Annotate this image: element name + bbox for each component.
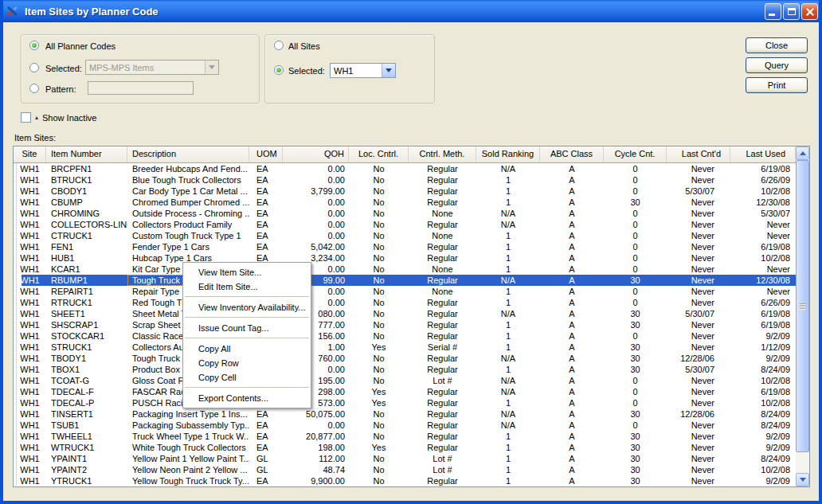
table-row-stockcar1[interactable]: WH1STOCKCAR1Classic Race CEA156.00NoRegu… [14,330,796,342]
cell: RTRUCK1 [46,297,127,308]
column-header-last-used[interactable]: Last Used [730,147,796,162]
column-header-loc-cntrl-[interactable]: Loc. Cntrl. [349,147,409,162]
table-row-tsub1[interactable]: WH1TSUB1Packaging Subassembly Typ...EA0.… [14,420,796,431]
table-row-chroming[interactable]: WH1CHROMINGOutside Process - Chroming ..… [14,208,796,219]
table-row-tdecal-p[interactable]: WH1TDECAL-PPUSCH RacingEA573.00YesRegula… [14,397,796,408]
radio-planner-pattern[interactable] [29,84,39,93]
arrow-down-icon [800,478,806,482]
cell: 12/30/08 [730,275,796,286]
menu-item-issue-count-tag[interactable]: Issue Count Tag... [183,321,311,335]
radio-all-planner-codes[interactable] [29,41,39,50]
query-button[interactable]: Query [746,57,808,73]
menu-item-copy-row[interactable]: Copy Row [183,356,311,370]
cell: No [349,264,409,275]
table-row-tbody1[interactable]: WH1TBODY1Tough Truck BEA760.00NoRegularN… [14,353,796,364]
table-row-ytruck1[interactable]: WH1YTRUCK1Yellow Tough Truck Truck Ty...… [14,475,796,486]
table-row-collectors-line[interactable]: WH1COLLECTORS-LINECollectors Product Fam… [14,219,796,230]
table-row-rbump1[interactable]: WH1RBUMP1Tough Truck BEA99.00NoRegularN/… [14,275,796,286]
site-combobox[interactable]: WH1 [330,63,396,78]
title-bar[interactable]: Item Sites by Planner Code [0,0,822,22]
cell: WH1 [14,174,46,186]
cell: EA [249,475,283,486]
scroll-down-button[interactable] [796,473,809,486]
cell: Never [667,464,730,475]
column-header-abc-class[interactable]: ABC Class [540,147,604,162]
table-row-tinsert1[interactable]: WH1TINSERT1Packaging Insert Type 1 Ins..… [14,408,796,420]
maximize-button[interactable] [783,3,800,20]
table-row-hub1[interactable]: WH1HUB1Hubcap Type 1 CarsEA3,234.00NoReg… [14,252,796,264]
table-row-twheel1[interactable]: WH1TWHEEL1Truck Wheel Type 1 Truck W...E… [14,431,796,442]
site-selected-label[interactable]: Selected: [288,66,325,76]
table-row-cbody1[interactable]: WH1CBODY1Car Body Type 1 Car Metal ...EA… [14,186,796,197]
column-header-item-number[interactable]: Item Number [46,147,127,162]
table-row-repairt1[interactable]: WH1REPAIRT1Repair Type 1EA0.00NoNone1A0N… [14,286,796,297]
table-row-tdecal-f[interactable]: WH1TDECAL-FFASCAR RacinEA298.00YesRegula… [14,386,796,397]
table-row-tcoat-g[interactable]: WH1TCOAT-GGloss Coat FinEA195.00NoLot #N… [14,375,796,386]
table-row-kcar1[interactable]: WH1KCAR1Kit Car Type 1EA0.00NoNone1A0Nev… [14,264,796,275]
show-inactive-checkbox[interactable] [21,112,31,123]
cell: No [349,297,409,308]
cell: Never [667,241,730,252]
pattern-input[interactable] [88,81,194,95]
cell: 1 [476,297,540,308]
column-header-qoh[interactable]: QOH [283,147,349,162]
cell: 0 [604,397,667,408]
menu-item-export-contents[interactable]: Export Contents... [183,391,311,405]
table-row-sheet1[interactable]: WH1SHEET1Sheet Metal TEA080.00NoRegularN… [14,308,796,319]
table-row-shscrap1[interactable]: WH1SHSCRAP1Scrap Sheet MEA777.00NoRegula… [14,319,796,330]
column-header-site[interactable]: Site [14,147,46,162]
table-row-btruck1[interactable]: WH1BTRUCK1Blue Tough Truck CollectorsEA0… [14,174,796,186]
planner-code-combobox[interactable]: MPS-MPS Items [85,60,219,75]
column-header-sold-ranking[interactable]: Sold Ranking [476,147,540,162]
table-row-fen1[interactable]: WH1FEN1Fender Type 1 CarsEA5,042.00NoReg… [14,241,796,252]
column-header-last-cnt-d[interactable]: Last Cnt'd [667,147,730,162]
column-header-cntrl-meth-[interactable]: Cntrl. Meth. [409,147,476,162]
menu-item-view-inventory-availability[interactable]: View Inventory Availability... [183,300,311,315]
menu-item-copy-all[interactable]: Copy All [183,342,311,356]
cell: 10/2/08 [730,464,796,475]
cell: WH1 [14,297,46,308]
close-window-button[interactable] [801,3,818,20]
menu-item-view-item-site[interactable]: View Item Site... [183,265,311,279]
column-header-description[interactable]: Description [127,147,249,162]
table-row-ypaint2[interactable]: WH1YPAINT2Yellow Neon Paint 2 Yellow ...… [14,464,796,475]
print-button[interactable]: Print [746,77,808,93]
radio-site-selected[interactable] [274,65,284,75]
cell: 0.00 [283,163,349,174]
table-row-struck1[interactable]: WH1STRUCK1Collectors AutEA1.00YesSerial … [14,342,796,353]
cell: WH1 [14,397,46,408]
table-row-brcpfn1[interactable]: WH1BRCPFN1Breeder Hubcaps And Fend...EA0… [14,163,796,174]
cell: 0.00 [283,197,349,208]
menu-item-edit-item-site[interactable]: Edit Item Site... [183,279,311,294]
column-header-uom[interactable]: UOM [249,147,283,162]
vertical-scrollbar[interactable] [796,147,809,486]
cell: TCOAT-G [46,375,127,386]
scroll-up-button[interactable] [796,147,809,160]
scrollbar-thumb[interactable] [796,160,809,452]
radio-all-sites[interactable] [274,41,284,50]
menu-item-copy-cell[interactable]: Copy Cell [183,370,311,385]
all-planner-codes-label[interactable]: All Planner Codes [45,41,115,51]
table-row-tbox1[interactable]: WH1TBOX1Product Box TEA0.00NoRegular1A30… [14,364,796,375]
radio-planner-selected[interactable] [29,63,39,72]
close-button[interactable]: Close [746,37,808,53]
all-sites-label[interactable]: All Sites [288,41,320,51]
app-icon[interactable] [6,5,19,18]
cell: STOCKCAR1 [46,330,127,342]
table-row-wtruck1[interactable]: WH1WTRUCK1White Tough Truck CollectorsEA… [14,442,796,453]
show-inactive-label[interactable]: Show Inactive [42,113,96,123]
planner-pattern-label[interactable]: Pattern: [45,84,76,94]
chevron-down-icon[interactable] [382,64,395,77]
table-row-rtruck1[interactable]: WH1RTRUCK1Red Tough TruEA0.00NoRegular1A… [14,297,796,308]
cell: WH1 [14,386,46,397]
cell: 6/19/08 [730,319,796,330]
minimize-button[interactable] [765,3,781,20]
planner-selected-label[interactable]: Selected: [45,64,82,73]
table-row-cbump[interactable]: WH1CBUMPChromed Bumper Chromed ...EA0.00… [14,197,796,208]
column-header-cycle-cnt-[interactable]: Cycle Cnt. [604,147,667,162]
context-menu: View Item Site...Edit Item Site...View I… [182,262,311,408]
cell: Never [667,297,730,308]
table-row-ctruck1[interactable]: WH1CTRUCK1Custom Tough Truck Type 1EA0.0… [14,230,796,241]
table-row-ypaint1[interactable]: WH1YPAINT1Yellow Paint 1 Yellow Paint T.… [14,453,796,464]
cell: 9,900.00 [283,475,349,486]
